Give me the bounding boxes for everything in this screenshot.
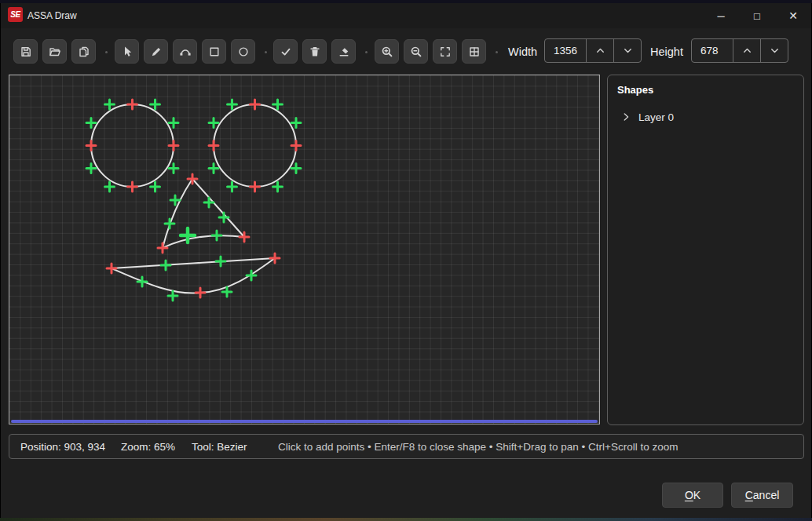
checkmark-icon xyxy=(280,46,292,58)
status-zoom: Zoom: 65% xyxy=(121,435,175,458)
eraser-button[interactable] xyxy=(331,39,356,64)
toolbar-separator xyxy=(496,51,498,53)
bezier-curve-icon xyxy=(179,46,192,58)
layer-label: Layer 0 xyxy=(638,111,674,123)
drawing-canvas[interactable] xyxy=(9,75,600,424)
pencil-tool-button[interactable] xyxy=(144,39,168,64)
copy-button[interactable] xyxy=(71,39,96,64)
title-bar: SE ASSA Draw ─ □ ✕ xyxy=(1,3,811,28)
height-label: Height xyxy=(650,39,683,64)
rectangle-icon xyxy=(208,46,221,58)
height-value-field[interactable]: 678 xyxy=(692,39,733,62)
ellipse-icon xyxy=(237,46,250,58)
toolbar-separator xyxy=(105,51,108,53)
width-decrement-button[interactable] xyxy=(613,39,641,62)
grid-toggle-button[interactable] xyxy=(462,39,486,64)
drawing-layer[interactable] xyxy=(9,75,599,419)
width-spinner: 1356 xyxy=(544,38,642,63)
shapes-panel: Shapes Layer 0 xyxy=(607,75,804,425)
eraser-icon xyxy=(338,46,350,58)
shapes-panel-title: Shapes xyxy=(617,84,653,96)
app-icon: SE xyxy=(8,7,23,22)
fit-view-button[interactable] xyxy=(433,39,457,64)
ok-button[interactable]: OK xyxy=(662,483,723,508)
minimize-button[interactable]: ─ xyxy=(703,3,739,28)
height-spinner: 678 xyxy=(691,38,788,63)
zoom-out-icon xyxy=(410,46,422,58)
height-increment-button[interactable] xyxy=(733,39,760,62)
save-button[interactable] xyxy=(13,39,38,64)
chevron-right-icon[interactable] xyxy=(620,111,631,122)
width-value-field[interactable]: 1356 xyxy=(545,39,586,62)
assa-draw-window: SE ASSA Draw ─ □ ✕ xyxy=(1,3,811,518)
save-icon xyxy=(20,46,32,58)
chevron-up-icon xyxy=(741,45,753,56)
toolbar-separator xyxy=(365,51,368,53)
zoom-out-button[interactable] xyxy=(404,39,428,64)
zoom-in-button[interactable] xyxy=(375,39,399,64)
chevron-down-icon xyxy=(769,45,781,56)
cancel-button[interactable]: Cancel xyxy=(731,483,793,508)
select-tool-button[interactable] xyxy=(115,39,139,64)
tree-item-layer-0[interactable]: Layer 0 xyxy=(614,107,797,127)
toolbar: Width 1356 Height 678 xyxy=(1,31,811,67)
status-position: Position: 903, 934 xyxy=(20,435,105,458)
ellipse-tool-button[interactable] xyxy=(231,39,255,64)
chevron-up-icon xyxy=(594,45,606,56)
maximize-button[interactable]: □ xyxy=(739,3,775,28)
toolbar-separator xyxy=(265,51,267,53)
close-button[interactable]: ✕ xyxy=(775,3,811,28)
window-title: ASSA Draw xyxy=(27,3,77,28)
open-button[interactable] xyxy=(42,39,67,64)
apply-button[interactable] xyxy=(273,39,298,64)
desktop-edge-bottom xyxy=(0,518,812,521)
canvas-hscrollbar[interactable] xyxy=(11,420,598,423)
chevron-down-icon xyxy=(622,45,634,56)
status-bar: Position: 903, 934 Zoom: 65% Tool: Bezie… xyxy=(9,434,804,459)
status-tool: Tool: Bezier xyxy=(192,435,247,458)
grid-icon xyxy=(468,46,481,58)
zoom-in-icon xyxy=(381,46,393,58)
fit-view-icon xyxy=(439,46,452,58)
width-increment-button[interactable] xyxy=(586,39,613,62)
height-decrement-button[interactable] xyxy=(760,39,788,62)
bezier-tool-button[interactable] xyxy=(173,39,197,64)
pencil-icon xyxy=(150,46,163,58)
trash-icon xyxy=(309,46,321,58)
screen: SE ASSA Draw ─ □ ✕ xyxy=(0,0,812,521)
rectangle-tool-button[interactable] xyxy=(202,39,226,64)
copy-icon xyxy=(78,46,90,58)
delete-button[interactable] xyxy=(302,39,327,64)
status-hint: Click to add points • Enter/F8 to close … xyxy=(278,435,678,458)
open-folder-icon xyxy=(49,46,61,58)
select-cursor-icon xyxy=(121,46,134,58)
width-label: Width xyxy=(508,39,537,64)
